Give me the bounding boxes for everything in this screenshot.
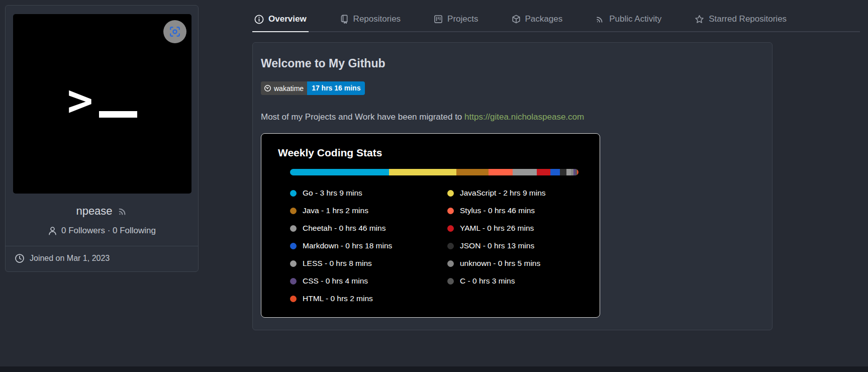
legend-label: C - 0 hrs 3 mins [460, 276, 515, 286]
clock-icon [15, 253, 25, 263]
legend-label: Java - 1 hrs 2 mins [303, 206, 368, 215]
legend-dot [447, 208, 454, 214]
tab-starred-repositories[interactable]: Starred Repositories [693, 9, 789, 32]
terminal-prompt-logo: > [67, 85, 138, 129]
legend-item-cheetah: Cheetah - 0 hrs 46 mins [290, 224, 447, 233]
joined-date: Joined on Mar 1, 2023 [6, 246, 198, 271]
legend-dot [290, 225, 297, 232]
wakatime-badge[interactable]: wakatime 17 hrs 16 mins [261, 81, 365, 95]
legend-item-javascript: JavaScript - 2 hrs 9 mins [447, 189, 578, 198]
tab-packages[interactable]: Packages [510, 9, 565, 32]
bar-segment-markdown [550, 169, 560, 175]
bar-segment-go [290, 169, 389, 175]
bar-segment-javascript [389, 169, 456, 175]
welcome-heading: Welcome to My Github [261, 57, 764, 70]
legend-item-c: C - 0 hrs 3 mins [447, 276, 578, 286]
rss-feed-icon[interactable] [118, 206, 128, 216]
bottom-strip [0, 366, 868, 372]
rss-activity-icon [596, 15, 605, 24]
legend-item-less: LESS - 0 hrs 8 mins [290, 259, 447, 268]
wakatime-badge-value: 17 hrs 16 mins [307, 81, 365, 95]
legend-label: HTML - 0 hrs 2 mins [303, 294, 373, 303]
stacked-bar [290, 169, 578, 175]
tab-public-activity[interactable]: Public Activity [594, 9, 663, 32]
profile-avatar: > [13, 14, 191, 194]
wakatime-clock-icon [264, 84, 271, 92]
legend-dot [447, 278, 454, 285]
legend-item-unknown: unknown - 0 hrs 5 mins [447, 259, 578, 268]
bar-segment-json [560, 169, 567, 175]
followers-following[interactable]: 0 Followers · 0 Following [6, 226, 198, 236]
legend-label: Go - 3 hrs 9 mins [303, 189, 362, 198]
legend-item-json: JSON - 0 hrs 13 mins [447, 241, 578, 250]
legend-dot [290, 260, 297, 267]
legend-label: LESS - 0 hrs 8 mins [303, 259, 372, 268]
profile-card: > npease [5, 5, 199, 272]
info-circle-icon [254, 15, 264, 24]
legend-dot [290, 190, 297, 197]
visual-search-button[interactable] [163, 20, 186, 43]
legend-label: YAML - 0 hrs 26 mins [460, 224, 534, 233]
bar-segment-cheetah [513, 169, 537, 175]
legend-label: JavaScript - 2 hrs 9 mins [460, 189, 546, 198]
bar-segment-yaml [537, 169, 550, 175]
legend-dot [447, 260, 454, 267]
legend-dot [447, 190, 454, 197]
bar-segment-java [456, 169, 489, 175]
migration-note: Most of my Projects and Work have been m… [261, 112, 764, 122]
legend-item-markdown: Markdown - 0 hrs 18 mins [290, 241, 447, 250]
person-icon [48, 226, 57, 236]
legend-dot [290, 243, 297, 249]
bar-segment-html [577, 169, 578, 175]
legend-item-go: Go - 3 hrs 9 mins [290, 189, 447, 198]
legend-item-java: Java - 1 hrs 2 mins [290, 206, 447, 215]
legend-dot [290, 296, 297, 302]
legend-dot [290, 208, 297, 214]
legend-dot [447, 225, 454, 232]
tab-projects[interactable]: Projects [432, 9, 480, 32]
legend-dot [447, 243, 454, 249]
profile-username: npease [76, 205, 112, 218]
bar-segment-less [566, 169, 570, 175]
stats-title: Weekly Coding Stats [278, 147, 578, 159]
package-icon [512, 15, 521, 24]
repo-book-icon [340, 15, 349, 24]
legend-label: JSON - 0 hrs 13 mins [460, 241, 534, 250]
camera-search-icon [168, 25, 181, 38]
overview-panel: Welcome to My Github wakatime 17 hrs 16 … [252, 42, 773, 330]
tab-repositories[interactable]: Repositories [338, 9, 403, 32]
legend-label: unknown - 0 hrs 5 mins [460, 259, 540, 268]
wakatime-badge-label: wakatime [261, 81, 307, 95]
legend-label: Markdown - 0 hrs 18 mins [303, 241, 392, 250]
legend-dot [290, 278, 297, 285]
project-board-icon [434, 15, 443, 24]
profile-tabs: Overview Repositories Projects [252, 0, 860, 32]
legend-label: Cheetah - 0 hrs 46 mins [303, 224, 385, 233]
star-icon [695, 15, 704, 24]
legend-label: CSS - 0 hrs 4 mins [303, 276, 368, 286]
legend-item-stylus: Stylus - 0 hrs 46 mins [447, 206, 578, 215]
weekly-coding-stats-card: Weekly Coding Stats Go - 3 hrs 9 minsJav… [261, 133, 600, 318]
tab-overview[interactable]: Overview [252, 9, 309, 32]
gitea-link[interactable]: https://gitea.nicholaspease.com [464, 112, 584, 122]
bar-segment-stylus [489, 169, 513, 175]
legend-label: Stylus - 0 hrs 46 mins [460, 206, 535, 215]
legend-item-css: CSS - 0 hrs 4 mins [290, 276, 447, 286]
legend-item-html: HTML - 0 hrs 2 mins [290, 294, 447, 303]
legend: Go - 3 hrs 9 minsJavaScript - 2 hrs 9 mi… [290, 189, 578, 303]
legend-item-yaml: YAML - 0 hrs 26 mins [447, 224, 578, 233]
